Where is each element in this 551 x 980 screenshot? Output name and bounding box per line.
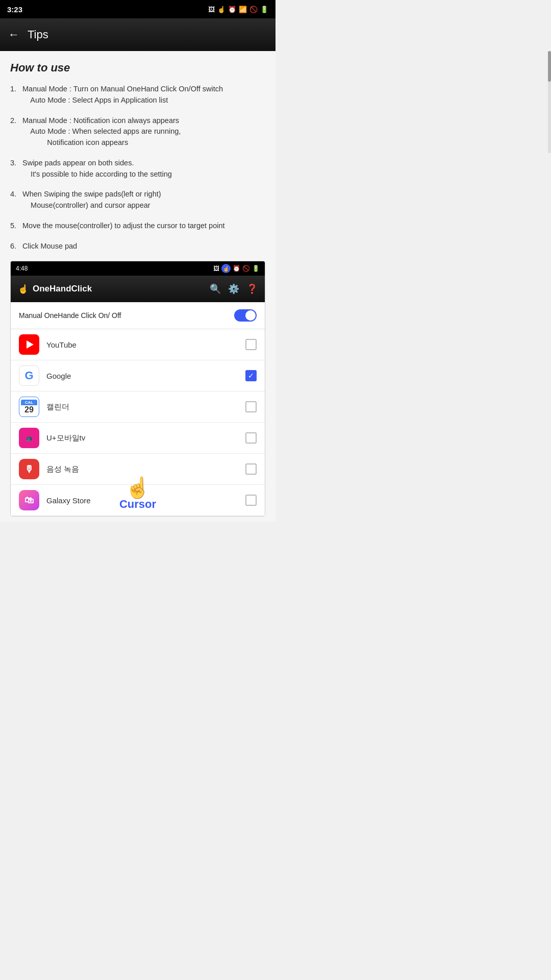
tip-item-5: 5. Move the mouse(controller) to adjust … xyxy=(10,220,265,232)
page-title: Tips xyxy=(28,28,48,41)
voice-icon: 🎙 xyxy=(19,459,39,479)
calendar-checkbox[interactable] xyxy=(245,401,257,412)
embedded-status-bar: 4:48 🖼 ☝ ⏰ 🚫 🔋 xyxy=(11,261,265,276)
app-row-galaxy[interactable]: 🛍 Galaxy Store xyxy=(11,485,265,516)
embedded-alarm-icon: ⏰ xyxy=(233,265,240,272)
app-list-with-cursor: YouTube G Google ✓ CAL 29 캘린더 xyxy=(11,329,265,516)
app-row-calendar[interactable]: CAL 29 캘린더 xyxy=(11,391,265,423)
tips-list: 1. Manual Mode : Turn on Manual OneHand … xyxy=(10,84,265,252)
calendar-label: 캘린더 xyxy=(46,402,238,412)
galaxy-checkbox[interactable] xyxy=(245,495,257,506)
tip-text-6: Click Mouse pad xyxy=(22,241,265,252)
youtube-icon xyxy=(19,334,39,355)
manual-toggle-row[interactable]: Manual OneHande Click On/ Off xyxy=(11,302,265,329)
status-time: 3:23 xyxy=(7,5,22,14)
battery-icon: 🔋 xyxy=(260,6,268,13)
calendar-icon-top: CAL xyxy=(21,400,37,405)
calendar-icon-num: 29 xyxy=(24,405,34,414)
embedded-hand-circle: ☝ xyxy=(221,264,231,273)
embedded-search-icon[interactable]: 🔍 xyxy=(210,283,221,295)
uplus-tv-icon: 📺 xyxy=(26,435,32,441)
alarm-icon: ⏰ xyxy=(228,6,236,13)
tip-num-1: 1. xyxy=(10,84,22,106)
app-row-google[interactable]: G Google ✓ xyxy=(11,360,265,391)
tip-num-4: 4. xyxy=(10,189,22,211)
back-button[interactable]: ← xyxy=(8,28,19,41)
hand-icon: ☝ xyxy=(217,6,226,13)
tip-num-5: 5. xyxy=(10,220,22,232)
google-checkbox[interactable]: ✓ xyxy=(245,370,257,381)
phone-screenshot: 4:48 🖼 ☝ ⏰ 🚫 🔋 ☝ OneHandClick 🔍 ⚙️ ❓ xyxy=(10,261,265,517)
embedded-status-icons: 🖼 ☝ ⏰ 🚫 🔋 xyxy=(213,264,260,273)
calendar-icon: CAL 29 xyxy=(19,397,39,417)
wifi-icon: 📶 xyxy=(239,6,247,13)
galaxy-icon: 🛍 xyxy=(19,490,39,510)
tip-item-1: 1. Manual Mode : Turn on Manual OneHand … xyxy=(10,84,265,106)
youtube-label: YouTube xyxy=(46,340,238,349)
tip-num-3: 3. xyxy=(10,158,22,180)
embedded-hand-icon: ☝ xyxy=(18,284,29,295)
tip-num-2: 2. xyxy=(10,115,22,149)
tip-item-3: 3. Swipe pads appear on both sides. It's… xyxy=(10,158,265,180)
uplus-label: U+모바일tv xyxy=(46,433,238,443)
status-bar: 3:23 🖼 ☝ ⏰ 📶 🚫 🔋 xyxy=(0,0,276,18)
embedded-help-icon[interactable]: ❓ xyxy=(246,283,258,295)
manual-toggle-label: Manual OneHande Click On/ Off xyxy=(19,311,121,320)
embedded-app-icons: 🔍 ⚙️ ❓ xyxy=(210,283,258,295)
uplus-checkbox[interactable] xyxy=(245,432,257,444)
youtube-play-triangle xyxy=(27,340,34,349)
embedded-app-bar: ☝ OneHandClick 🔍 ⚙️ ❓ xyxy=(11,276,265,302)
galaxy-label: Galaxy Store xyxy=(46,496,238,505)
voice-label: 음성 녹음 xyxy=(46,464,238,474)
embedded-battery-icon: 🔋 xyxy=(252,265,260,272)
tip-num-6: 6. xyxy=(10,241,22,252)
app-row-uplus[interactable]: 📺 U+모바일tv xyxy=(11,423,265,454)
embedded-photo-icon: 🖼 xyxy=(213,265,219,272)
youtube-checkbox[interactable] xyxy=(245,339,257,350)
tip-text-5: Move the mouse(controller) to adjust the… xyxy=(22,220,265,232)
how-to-title: How to use xyxy=(10,61,265,75)
tip-text-2: Manual Mode : Notification icon always a… xyxy=(22,115,265,149)
status-icons: 🖼 ☝ ⏰ 📶 🚫 🔋 xyxy=(208,6,268,13)
uplus-icon: 📺 xyxy=(19,428,39,448)
app-row-youtube[interactable]: YouTube xyxy=(11,329,265,360)
content-area: How to use 1. Manual Mode : Turn on Manu… xyxy=(0,51,276,522)
photo-icon: 🖼 xyxy=(208,6,215,13)
tip-text-1: Manual Mode : Turn on Manual OneHand Cli… xyxy=(22,84,265,106)
app-bar: ← Tips xyxy=(0,18,276,51)
tip-text-4: When Swiping the swipe pads(left or righ… xyxy=(22,189,265,211)
app-row-voice[interactable]: 🎙 음성 녹음 xyxy=(11,454,265,485)
voice-checkbox[interactable] xyxy=(245,463,257,475)
dnd-icon: 🚫 xyxy=(249,6,258,13)
embedded-app-name: OneHandClick xyxy=(33,284,92,294)
tip-item-4: 4. When Swiping the swipe pads(left or r… xyxy=(10,189,265,211)
embedded-dnd-icon: 🚫 xyxy=(242,265,250,272)
embedded-time: 4:48 xyxy=(16,265,28,272)
tip-text-3: Swipe pads appear on both sides. It's po… xyxy=(22,158,265,180)
google-icon: G xyxy=(19,365,39,386)
google-label: Google xyxy=(46,372,238,380)
embedded-settings-icon[interactable]: ⚙️ xyxy=(228,283,239,295)
tip-item-6: 6. Click Mouse pad xyxy=(10,241,265,252)
tip-item-2: 2. Manual Mode : Notification icon alway… xyxy=(10,115,265,149)
embedded-app-title: ☝ OneHandClick xyxy=(18,284,92,295)
manual-toggle-switch[interactable] xyxy=(234,309,257,322)
